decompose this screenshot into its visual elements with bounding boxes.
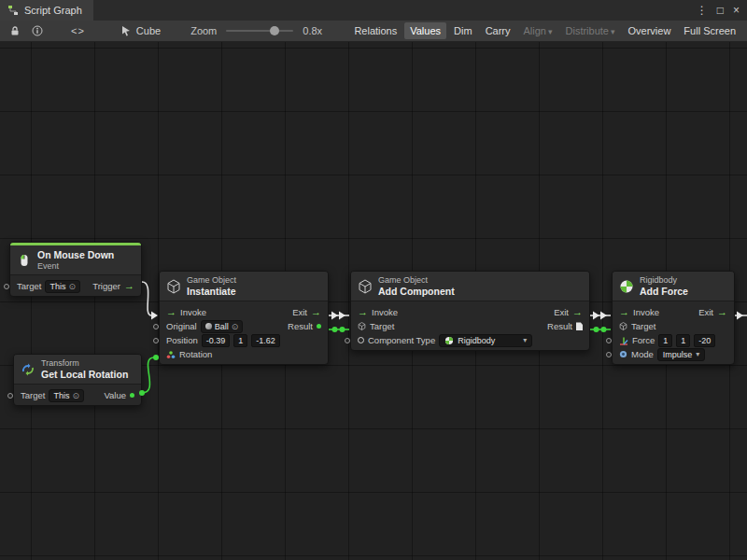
node-title: Add Force <box>640 286 688 298</box>
output-port-exit[interactable]: → <box>311 307 321 317</box>
output-port-result[interactable] <box>317 324 321 329</box>
port-row-original: Original Ball ⊙ Result <box>160 319 328 333</box>
port-label: Mode <box>631 349 654 359</box>
node-header[interactable]: On Mouse Down Event <box>10 245 141 275</box>
node-add-component[interactable]: Game Object Add Component → Invoke Exit … <box>350 271 590 351</box>
node-add-force[interactable]: Rigidbody Add Force → Invoke Exit → Tar <box>612 271 735 365</box>
window-menu-icon[interactable]: ⋮ <box>697 4 708 17</box>
output-port-exit[interactable]: → <box>572 307 583 317</box>
port-label: Target <box>370 321 394 331</box>
input-port-invoke[interactable]: → <box>358 307 368 317</box>
object-picker-ball[interactable]: Ball ⊙ <box>201 320 244 333</box>
toolbar-button-fullscreen[interactable]: Full Screen <box>678 22 741 39</box>
object-picker-this[interactable]: This ⊙ <box>49 389 84 402</box>
force-mode-dropdown[interactable]: Impulse ▾ <box>657 348 706 361</box>
node-get-local-rotation[interactable]: Transform Get Local Rotation Target This… <box>13 354 142 406</box>
context-breadcrumb[interactable]: Cube <box>120 23 161 38</box>
node-header[interactable]: Game Object Add Component <box>351 272 589 301</box>
port-row-mode: Mode Impulse ▾ <box>613 347 734 361</box>
port-label: Exit <box>554 307 569 317</box>
port-label: Target <box>631 321 655 331</box>
chevron-down-icon: ▾ <box>611 27 615 36</box>
position-x-field[interactable]: -0.39 <box>202 334 231 347</box>
title-bar: Script Graph ⋮ □ × <box>0 0 747 21</box>
port-label: Invoke <box>372 307 398 317</box>
target-picker-icon: ⊙ <box>72 391 79 400</box>
chevron-down-icon: ▾ <box>523 336 527 344</box>
port-row-invoke: → Invoke Exit → <box>613 305 734 319</box>
input-port-mode[interactable] <box>606 352 612 357</box>
zoom-slider[interactable] <box>226 30 293 32</box>
rigidbody-icon <box>619 279 634 294</box>
rotation-icon <box>21 362 35 377</box>
component-type-dropdown[interactable]: Rigidbody ▾ <box>439 334 532 347</box>
port-label: Position <box>166 335 198 345</box>
input-port-force[interactable] <box>606 338 612 343</box>
maximize-icon[interactable]: □ <box>717 4 724 17</box>
node-header[interactable]: Game Object Instantiate <box>160 272 328 301</box>
tab-script-graph[interactable]: Script Graph <box>0 0 93 21</box>
object-picker-this[interactable]: This ⊙ <box>45 280 80 293</box>
chevron-down-icon: ▾ <box>696 350 699 358</box>
node-title: Instantiate <box>187 286 236 298</box>
node-on-mouse-down[interactable]: On Mouse Down Event Target This ⊙ Trigge… <box>9 242 142 297</box>
node-title: Get Local Rotation <box>41 369 128 381</box>
position-z-field[interactable]: -1.62 <box>251 334 280 347</box>
port-row-target: Target This ⊙ Trigger → <box>10 279 141 293</box>
position-y-field[interactable]: 1 <box>233 334 247 347</box>
port-label: Result <box>288 321 313 331</box>
input-port-component-type[interactable] <box>345 338 350 343</box>
toolbar-button-dim[interactable]: Dim <box>448 22 478 39</box>
input-port-original[interactable] <box>153 324 159 329</box>
output-port-trigger[interactable]: → <box>124 281 134 291</box>
object-picker-value: Ball <box>215 322 229 331</box>
gameobject-icon <box>619 322 627 330</box>
zoom-label: Zoom <box>190 25 217 36</box>
node-category: Game Object <box>378 275 455 286</box>
input-port-position[interactable] <box>153 338 159 343</box>
toolbar-button-values[interactable]: Values <box>404 22 446 39</box>
force-x-field[interactable]: 1 <box>658 334 672 347</box>
cube-icon <box>166 279 181 294</box>
node-instantiate[interactable]: Game Object Instantiate → Invoke Exit → … <box>159 271 329 365</box>
context-label: Cube <box>136 25 161 36</box>
output-port-exit[interactable]: → <box>717 307 727 317</box>
input-port-target[interactable] <box>4 284 9 289</box>
toolbar-button-relations[interactable]: Relations <box>348 22 402 39</box>
info-icon[interactable] <box>32 23 43 38</box>
input-port-invoke[interactable]: → <box>166 307 176 317</box>
force-z-field[interactable]: -20 <box>694 334 715 347</box>
lock-icon[interactable] <box>9 23 21 38</box>
port-label: Force <box>632 335 655 345</box>
port-row-target: Target <box>613 319 734 333</box>
target-picker-icon: ⊙ <box>232 322 239 331</box>
toolbar-button-carry[interactable]: Carry <box>480 22 516 39</box>
input-port-invoke[interactable]: → <box>619 307 629 317</box>
target-picker-icon: ⊙ <box>68 282 76 291</box>
output-port-value[interactable] <box>130 393 134 398</box>
output-port-result-icon[interactable] <box>576 322 583 330</box>
node-header[interactable]: Rigidbody Add Force <box>613 272 734 301</box>
zoom-slider-handle[interactable] <box>270 26 279 35</box>
node-category: Transform <box>41 358 128 369</box>
toolbar-button-overview[interactable]: Overview <box>623 22 677 39</box>
graph-toolbar: <> Cube Zoom 0.8x Relations Values Dim C… <box>0 21 747 42</box>
code-view-icon[interactable]: <> <box>71 23 85 38</box>
input-port-target[interactable] <box>7 393 13 399</box>
force-y-field[interactable]: 1 <box>676 334 690 347</box>
graph-canvas[interactable]: On Mouse Down Event Target This ⊙ Trigge… <box>0 42 747 560</box>
node-header[interactable]: Transform Get Local Rotation <box>14 355 141 385</box>
toolbar-button-align: Align▾ <box>518 22 558 39</box>
port-row-target: Target This ⊙ Value <box>14 388 141 402</box>
axes-icon <box>619 336 628 345</box>
port-label: Result <box>547 321 572 331</box>
node-category: Rigidbody <box>640 275 688 286</box>
axes-icon <box>166 350 176 359</box>
gameobject-icon <box>358 322 366 330</box>
close-icon[interactable]: × <box>733 4 740 17</box>
object-picker-value: This <box>49 282 65 291</box>
port-label: Trigger <box>92 281 120 291</box>
port-row-invoke: → Invoke Exit → <box>351 305 589 319</box>
port-label: Value <box>104 390 126 400</box>
zoom-value: 0.8x <box>303 25 322 36</box>
